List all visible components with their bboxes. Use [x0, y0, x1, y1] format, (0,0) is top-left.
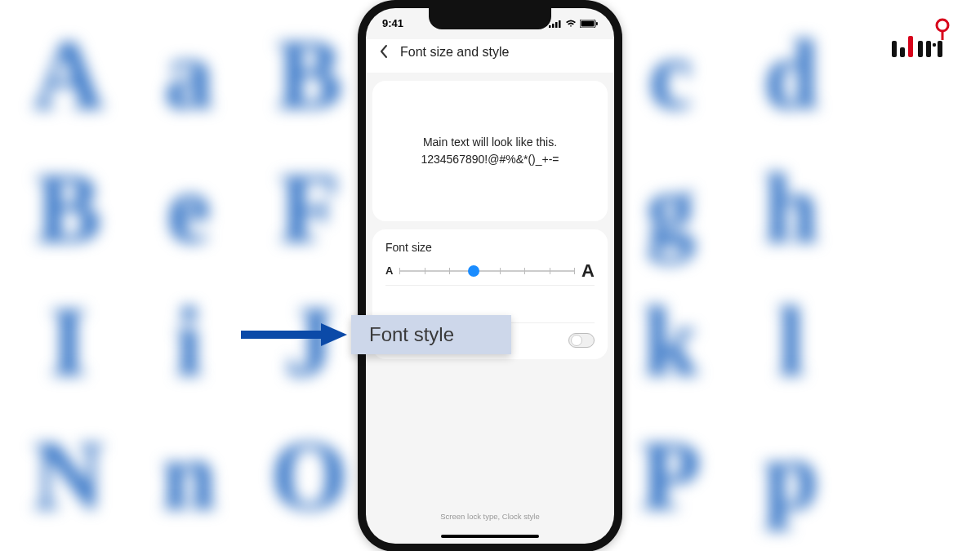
bottom-faint-text: Screen lock type, Clock style: [366, 512, 614, 521]
wifi-icon: [565, 20, 577, 28]
preview-line1: Main text will look like this.: [423, 134, 557, 151]
svg-rect-6: [926, 41, 931, 57]
svg-rect-11: [555, 22, 558, 28]
preview-card: Main text will look like this. 123456789…: [372, 81, 608, 221]
preview-line2: 1234567890!@#%&*()_+-=: [421, 151, 559, 168]
svg-rect-12: [559, 20, 561, 28]
font-size-slider[interactable]: [399, 263, 575, 279]
annotation-arrow-icon: [233, 320, 347, 349]
font-size-label: Font size: [385, 241, 595, 254]
svg-point-8: [933, 43, 936, 47]
notch: [429, 8, 551, 29]
page-title: Font size and style: [400, 45, 509, 60]
status-icons: [549, 20, 598, 28]
phone-frame: 9:41 Font size and style Main text will …: [358, 0, 622, 551]
svg-marker-17: [321, 323, 347, 346]
big-a-icon: A: [581, 260, 595, 282]
svg-rect-7: [938, 41, 942, 57]
small-a-icon: A: [385, 264, 393, 277]
svg-rect-9: [549, 25, 551, 28]
font-style-highlight: Font style: [351, 315, 511, 354]
page-header: Font size and style: [366, 39, 614, 73]
status-time: 9:41: [382, 17, 403, 29]
font-style-highlight-label: Font style: [369, 323, 454, 346]
brand-logo: [884, 16, 957, 62]
svg-point-0: [937, 20, 948, 31]
phone-screen: 9:41 Font size and style Main text will …: [366, 8, 614, 544]
svg-rect-14: [581, 20, 595, 26]
svg-rect-15: [596, 22, 598, 25]
svg-rect-10: [552, 24, 555, 28]
svg-rect-3: [900, 47, 905, 57]
home-indicator[interactable]: [441, 535, 539, 538]
svg-rect-2: [892, 41, 897, 57]
back-button[interactable]: [379, 44, 389, 61]
bold-font-toggle[interactable]: [568, 333, 595, 348]
signal-icon: [549, 20, 562, 28]
svg-rect-5: [918, 41, 923, 57]
svg-rect-4: [908, 36, 913, 57]
battery-icon: [580, 20, 598, 28]
font-size-slider-row: A A: [385, 260, 595, 282]
